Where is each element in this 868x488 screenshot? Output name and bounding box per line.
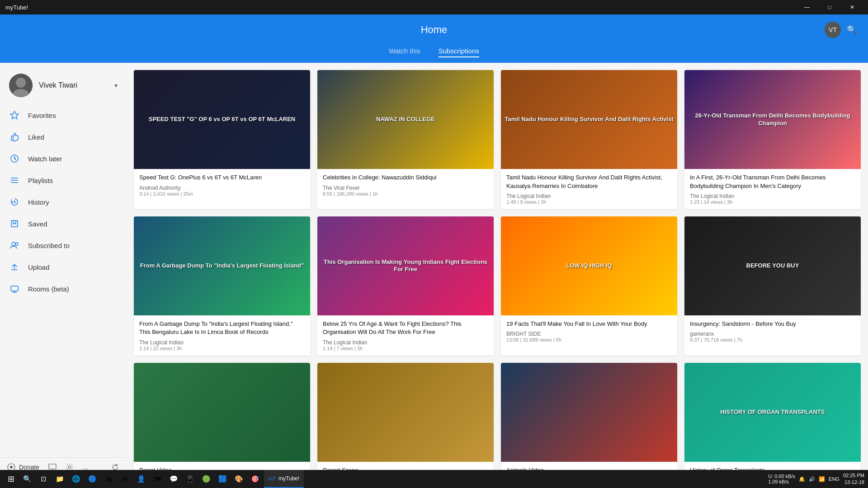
maps-icon[interactable]: 🗺	[150, 472, 165, 486]
video-thumbnail: NAWAZ IN COLLEGE	[317, 70, 494, 169]
main-layout: Vivek Tiwari ▾ Favorites Liked Watch lat…	[0, 63, 868, 484]
video-grid: SPEED TEST "G" OP 6 vs OP 6T vs OP 6T Mc…	[134, 70, 861, 482]
page-title: Home	[421, 24, 448, 36]
whatsapp-icon[interactable]: 🟢	[199, 472, 213, 486]
video-card[interactable]: HISTORY OF ORGAN TRANSPLANTS History of …	[684, 363, 861, 482]
sidebar-item-favorites[interactable]: Favorites	[0, 104, 127, 126]
video-thumbnail: From A Garbage Dump To "India's Largest …	[134, 216, 310, 315]
file-explorer-icon[interactable]: 📁	[52, 472, 67, 486]
video-title: Insurgency: Sandstorm - Before You Buy	[690, 320, 855, 328]
sidebar-item-watch-later[interactable]: Watch later	[0, 148, 127, 169]
liked-icon	[9, 131, 20, 142]
video-thumbnail	[317, 363, 494, 462]
video-thumbnail	[501, 363, 677, 462]
video-thumbnail: 26-Yr-Old Transman From Delhi Becomes Bo…	[684, 70, 861, 169]
user-section[interactable]: Vivek Tiwari ▾	[0, 70, 127, 104]
app-icon-2[interactable]: 🎯	[248, 472, 262, 486]
video-card[interactable]: SPEED TEST "G" OP 6 vs OP 6T vs OP 6T Mc…	[134, 70, 310, 209]
video-channel: gameranx	[690, 331, 855, 337]
title-bar-left: myTube!	[5, 4, 28, 11]
video-info: Speed Test G: OnePlus 6 vs 6T vs 6T McLa…	[134, 169, 310, 201]
clock-date: 13-12-18	[843, 479, 864, 486]
video-card[interactable]: This Organisation Is Making Young Indian…	[317, 216, 494, 356]
video-thumbnail	[134, 363, 310, 462]
sidebar-item-history[interactable]: History	[0, 191, 127, 213]
network-down: 1.09 kB/s	[768, 479, 795, 484]
video-channel: The Logical Indian	[323, 339, 488, 346]
upload-icon	[9, 262, 20, 272]
main-content: SPEED TEST "G" OP 6 vs OP 6T vs OP 6T Mc…	[127, 63, 868, 484]
mail-icon[interactable]: ✉	[118, 472, 132, 486]
video-card[interactable]: Parrot Video	[134, 363, 310, 482]
sidebar-item-upload[interactable]: Upload	[0, 256, 127, 278]
saved-label: Saved	[28, 220, 47, 228]
video-info: 19 Facts That'll Make You Fall In Love W…	[501, 315, 677, 347]
video-thumbnail: HISTORY OF ORGAN TRANSPLANTS	[684, 363, 861, 462]
playlists-icon	[9, 175, 20, 186]
video-meta: 1:49 | 9 views | 3h	[506, 199, 672, 205]
maximize-button[interactable]: □	[819, 0, 840, 14]
saved-icon	[9, 218, 20, 229]
video-meta: 3:14 | 2,410 views | 25m	[139, 191, 305, 197]
task-view[interactable]: ⊡	[36, 472, 51, 486]
history-label: History	[28, 198, 49, 206]
video-title: Celebrities in College: Nawazuddin Siddi…	[323, 174, 488, 182]
user-avatar-header[interactable]: VT	[825, 22, 841, 38]
sidebar-item-playlists[interactable]: Playlists	[0, 169, 127, 191]
taskbar-app-label: myTube!	[278, 475, 299, 482]
video-card[interactable]: Animals Video	[501, 363, 677, 482]
video-card[interactable]: 26-Yr-Old Transman From Delhi Becomes Bo…	[684, 70, 861, 209]
video-title: Below 25 Yrs Of Age & Want To Fight Elec…	[323, 320, 488, 336]
close-button[interactable]: ✕	[842, 0, 863, 14]
video-card[interactable]: Tamil Nadu Honour Killing Survivor And D…	[501, 70, 677, 209]
phone-icon[interactable]: 📱	[183, 472, 197, 486]
favorites-label: Favorites	[28, 112, 56, 119]
video-card[interactable]: Desert Scene	[317, 363, 494, 482]
sidebar-item-liked[interactable]: Liked	[0, 126, 127, 148]
chrome-icon[interactable]: 🔵	[85, 472, 99, 486]
store-icon[interactable]: 🛍	[101, 472, 116, 486]
video-card[interactable]: BEFORE YOU BUY Insurgency: Sandstorm - B…	[684, 216, 861, 356]
app-icon-1[interactable]: 🟦	[215, 472, 230, 486]
svg-rect-12	[49, 464, 56, 469]
header: Home VT 🔍	[0, 14, 868, 45]
sidebar-item-saved[interactable]: Saved	[0, 213, 127, 235]
lang-label: ENG	[829, 476, 840, 482]
subscribed-icon	[9, 240, 20, 251]
video-info: From A Garbage Dump To "India's Largest …	[134, 315, 310, 355]
app-title: myTube!	[5, 4, 28, 11]
search-taskbar[interactable]: 🔍	[20, 472, 34, 486]
people-icon[interactable]: 👤	[134, 472, 148, 486]
video-title: Tamil Nadu Honour Killing Survivor And D…	[506, 174, 672, 190]
sidebar-item-subscribed[interactable]: Subscribed to	[0, 235, 127, 256]
upload-label: Upload	[28, 263, 50, 271]
video-card[interactable]: From A Garbage Dump To "India's Largest …	[134, 216, 310, 356]
messenger-icon[interactable]: 💬	[166, 472, 181, 486]
video-card[interactable]: LOW IQ HIGH IQ 19 Facts That'll Make You…	[501, 216, 677, 356]
avatar	[9, 74, 33, 97]
mytube-taskbar-app[interactable]: mT myTube!	[264, 470, 304, 488]
watch-later-label: Watch later	[28, 155, 62, 163]
video-channel: BRIGHT SIDE	[506, 331, 672, 337]
sidebar-item-rooms[interactable]: Rooms (beta)	[0, 278, 127, 300]
tab-watch-this[interactable]: Watch this	[389, 45, 420, 57]
volume-icon[interactable]: 🔊	[809, 476, 815, 482]
start-button[interactable]: ⊞	[4, 472, 18, 486]
photoshop-icon[interactable]: 🎨	[231, 472, 246, 486]
rooms-icon	[9, 283, 20, 294]
search-button[interactable]: 🔍	[844, 23, 859, 37]
video-card[interactable]: NAWAZ IN COLLEGE Celebrities in College:…	[317, 70, 494, 209]
minimize-button[interactable]: —	[797, 0, 817, 14]
svg-rect-7	[11, 221, 18, 227]
chevron-down-icon: ▾	[114, 82, 118, 89]
video-channel: The Logical Indian	[139, 339, 305, 346]
svg-point-9	[15, 243, 18, 245]
svg-rect-10	[11, 286, 18, 291]
video-title: 19 Facts That'll Make You Fall In Love W…	[506, 320, 672, 328]
liked-label: Liked	[28, 133, 44, 141]
tab-subscriptions[interactable]: Subscriptions	[439, 45, 479, 57]
video-title: From A Garbage Dump To "India's Largest …	[139, 320, 305, 336]
edge-icon[interactable]: 🌐	[69, 472, 83, 486]
video-info: Celebrities in College: Nawazuddin Siddi…	[317, 169, 494, 201]
rooms-label: Rooms (beta)	[28, 285, 69, 293]
